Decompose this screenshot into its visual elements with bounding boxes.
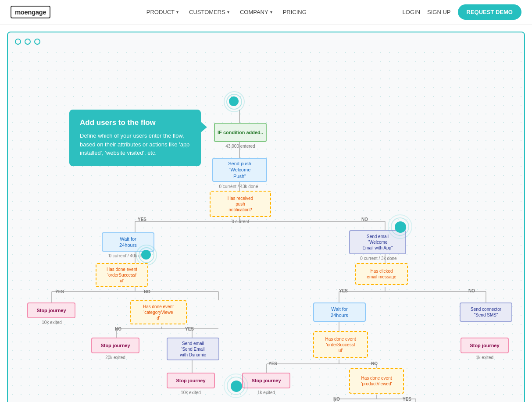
node-if-condition[interactable]: IF condition added.. xyxy=(214,123,267,142)
branch-no-2: NO xyxy=(144,289,150,294)
tooltip-arrow xyxy=(201,122,207,132)
branch-yes-3: YES xyxy=(185,327,194,331)
node-stop-7[interactable]: Stop journey xyxy=(461,338,509,353)
navbar-right: LOGIN SIGN UP REQUEST DEMO xyxy=(403,4,521,20)
stat-stop-2: 20k exited xyxy=(96,355,135,360)
stat-stop-1: 10k exited xyxy=(34,320,69,325)
window-dot-2 xyxy=(25,39,31,45)
node-has-done-product[interactable]: Has done event'productViewed' xyxy=(349,368,404,394)
node-stop-3[interactable]: Stop journey xyxy=(167,373,215,388)
node-has-received-push[interactable]: Has receivedpushnotification? xyxy=(210,191,271,217)
logo: moengage xyxy=(11,6,50,18)
pulse-right xyxy=(395,221,406,233)
node-has-done-category[interactable]: Has done event'categoryViewed' xyxy=(130,300,187,324)
navbar: moengage PRODUCT ▾ CUSTOMERS ▾ COMPANY ▾… xyxy=(0,0,532,25)
stat-if: 43,000 entered xyxy=(214,144,267,149)
stat-send-push: 0 current / 43k done xyxy=(208,184,269,189)
nav-pricing[interactable]: PRICING xyxy=(283,9,307,15)
chevron-down-icon: ▾ xyxy=(270,10,272,14)
node-stop-1[interactable]: Stop journey xyxy=(27,302,75,318)
branch-yes-6: YES xyxy=(403,397,411,402)
branch-yes-2: YES xyxy=(55,289,64,294)
branch-no-1: NO xyxy=(361,217,368,222)
nav-customers[interactable]: CUSTOMERS ▾ xyxy=(189,9,229,15)
branch-yes-5: YES xyxy=(268,361,277,366)
node-has-clicked-email[interactable]: Has clickedemail message xyxy=(355,263,408,285)
stat-stop-3: 10k exited xyxy=(169,390,212,395)
flow-lines-svg xyxy=(8,48,524,402)
node-wait-24h-right[interactable]: Wait for24hours xyxy=(313,302,366,322)
stat-has-received: 0 current xyxy=(223,219,258,224)
pulse-bottom xyxy=(231,381,242,392)
entry-pulse xyxy=(229,96,239,106)
main-container: Add users to the flow Define which of yo… xyxy=(7,32,525,402)
flow-canvas: Add users to the flow Define which of yo… xyxy=(8,48,524,402)
pulse-left xyxy=(141,250,151,260)
branch-no-6: NO xyxy=(333,397,340,402)
node-send-email-dynamic[interactable]: Send email'Send Emailwith Dynamic xyxy=(167,338,219,360)
nav-company[interactable]: COMPANY ▾ xyxy=(240,9,272,15)
node-stop-4[interactable]: Stop journey xyxy=(242,373,290,388)
nav-signup[interactable]: SIGN UP xyxy=(427,9,450,15)
node-has-done-order-right[interactable]: Has done event'orderSuccessful' xyxy=(313,331,368,358)
logo-text: moengage xyxy=(11,6,50,18)
stat-stop-7: 1k exited xyxy=(466,355,503,360)
tooltip-body: Define which of your users enter the flo… xyxy=(80,132,190,157)
window-dot-1 xyxy=(15,39,21,45)
chevron-down-icon: ▾ xyxy=(227,10,229,14)
branch-no-5: NO xyxy=(371,361,378,366)
branch-no-4: NO xyxy=(468,288,475,293)
tooltip-box: Add users to the flow Define which of yo… xyxy=(69,110,201,166)
nav-links: PRODUCT ▾ CUSTOMERS ▾ COMPANY ▾ PRICING xyxy=(146,9,307,15)
branch-yes-1: YES xyxy=(138,217,146,222)
branch-no-3: NO xyxy=(115,327,121,331)
request-demo-button[interactable]: REQUEST DEMO xyxy=(458,4,521,20)
stat-stop-4: 1k exited xyxy=(248,390,284,395)
node-send-connector-sms[interactable]: Send connector"Send SMS" xyxy=(460,302,512,322)
nav-product[interactable]: PRODUCT ▾ xyxy=(146,9,179,15)
node-stop-2[interactable]: Stop journey xyxy=(91,338,139,353)
node-has-done-order-left[interactable]: Has done event'orderSuccessful' xyxy=(96,263,148,287)
window-dot-3 xyxy=(34,39,40,45)
nav-login[interactable]: LOGIN xyxy=(403,9,420,15)
window-controls xyxy=(8,32,524,48)
tooltip-title: Add users to the flow xyxy=(80,118,190,127)
chevron-down-icon: ▾ xyxy=(176,10,179,14)
branch-yes-4: YES xyxy=(339,288,348,293)
node-send-push[interactable]: Send push"WelcomePush" xyxy=(212,158,267,182)
stat-send-email-welcome: 0 current / 3k done xyxy=(346,256,411,261)
